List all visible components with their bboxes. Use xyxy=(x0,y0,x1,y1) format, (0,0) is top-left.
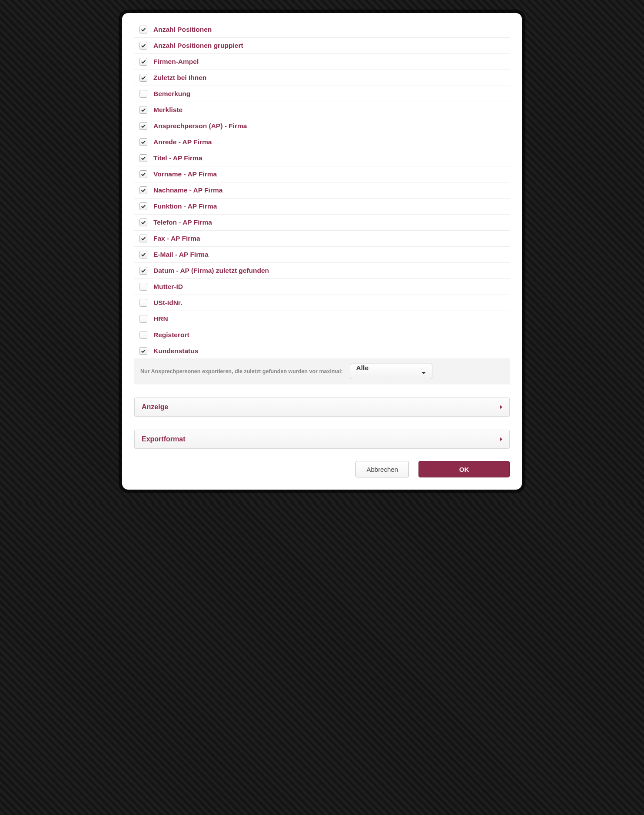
dialog-button-row: Abbrechen OK xyxy=(134,461,510,477)
checkbox[interactable] xyxy=(139,154,147,162)
checkbox[interactable] xyxy=(139,26,147,33)
field-checklist: Anzahl PositionenAnzahl Positionen grupp… xyxy=(134,22,510,359)
ap-filter-select-wrap: Alle xyxy=(350,364,432,379)
checklist-item-label[interactable]: Ansprechperson (AP) - Firma xyxy=(153,122,247,130)
accordion-title: Exportformat xyxy=(142,435,185,443)
chevron-right-icon xyxy=(500,405,502,409)
checklist-item-label[interactable]: HRN xyxy=(153,315,168,323)
checklist-row: HRN xyxy=(134,311,510,327)
checklist-item-label[interactable]: Anzahl Positionen gruppiert xyxy=(153,42,243,50)
checklist-item-label[interactable]: Firmen-Ampel xyxy=(153,58,199,66)
checkbox[interactable] xyxy=(139,122,147,130)
checklist-row: Anrede - AP Firma xyxy=(134,134,510,150)
checklist-item-label[interactable]: Bemerkung xyxy=(153,90,190,98)
checklist-row: USt-IdNr. xyxy=(134,295,510,311)
checkbox[interactable] xyxy=(139,42,147,50)
checklist-row: Kundenstatus xyxy=(134,343,510,359)
checklist-item-label[interactable]: USt-IdNr. xyxy=(153,299,182,307)
export-settings-modal: Anzahl PositionenAnzahl Positionen grupp… xyxy=(122,13,522,490)
checklist-item-label[interactable]: Nachname - AP Firma xyxy=(153,186,222,194)
checkbox[interactable] xyxy=(139,106,147,114)
checklist-row: Ansprechperson (AP) - Firma xyxy=(134,118,510,134)
checklist-row: E-Mail - AP Firma xyxy=(134,247,510,263)
checkbox[interactable] xyxy=(139,235,147,242)
checklist-item-label[interactable]: Merkliste xyxy=(153,106,183,114)
checklist-row: Titel - AP Firma xyxy=(134,150,510,166)
checkbox[interactable] xyxy=(139,202,147,210)
checklist-item-label[interactable]: Anzahl Positionen xyxy=(153,26,212,33)
checklist-row: Telefon - AP Firma xyxy=(134,215,510,231)
checkbox[interactable] xyxy=(139,315,147,323)
checklist-row: Mutter-ID xyxy=(134,279,510,295)
checklist-row: Datum - AP (Firma) zuletzt gefunden xyxy=(134,263,510,279)
checklist-item-label[interactable]: Anrede - AP Firma xyxy=(153,138,212,146)
checklist-row: Zuletzt bei Ihnen xyxy=(134,70,510,86)
checklist-row: Funktion - AP Firma xyxy=(134,199,510,215)
checkbox[interactable] xyxy=(139,267,147,275)
ok-button[interactable]: OK xyxy=(418,461,510,477)
checkbox[interactable] xyxy=(139,90,147,98)
accordion-title: Anzeige xyxy=(142,403,168,411)
ap-filter-label: Nur Ansprechpersonen exportieren, die zu… xyxy=(140,368,343,374)
checklist-item-label[interactable]: Datum - AP (Firma) zuletzt gefunden xyxy=(153,267,269,275)
checkbox[interactable] xyxy=(139,74,147,82)
chevron-right-icon xyxy=(500,437,502,441)
checklist-item-label[interactable]: Fax - AP Firma xyxy=(153,235,200,242)
checklist-item-label[interactable]: Mutter-ID xyxy=(153,283,183,291)
checklist-item-label[interactable]: E-Mail - AP Firma xyxy=(153,251,209,258)
accordion-anzeige[interactable]: Anzeige xyxy=(134,398,510,417)
checklist-row: Nachname - AP Firma xyxy=(134,182,510,199)
checklist-item-label[interactable]: Registerort xyxy=(153,331,189,339)
checklist-item-label[interactable]: Titel - AP Firma xyxy=(153,154,202,162)
checklist-item-label[interactable]: Vorname - AP Firma xyxy=(153,170,217,178)
checklist-row: Vorname - AP Firma xyxy=(134,166,510,182)
checkbox[interactable] xyxy=(139,186,147,194)
checklist-row: Fax - AP Firma xyxy=(134,231,510,247)
checkbox[interactable] xyxy=(139,138,147,146)
checkbox[interactable] xyxy=(139,58,147,66)
checklist-row: Registerort xyxy=(134,327,510,343)
checklist-row: Anzahl Positionen xyxy=(134,22,510,38)
checklist-row: Merkliste xyxy=(134,102,510,118)
checkbox[interactable] xyxy=(139,219,147,226)
accordion-exportformat[interactable]: Exportformat xyxy=(134,430,510,449)
checkbox[interactable] xyxy=(139,331,147,339)
ap-filter-bar: Nur Ansprechpersonen exportieren, die zu… xyxy=(134,358,510,384)
checkbox[interactable] xyxy=(139,283,147,291)
ap-filter-select[interactable]: Alle xyxy=(350,364,432,379)
checklist-item-label[interactable]: Kundenstatus xyxy=(153,347,198,355)
checklist-item-label[interactable]: Zuletzt bei Ihnen xyxy=(153,74,206,82)
checklist-row: Anzahl Positionen gruppiert xyxy=(134,38,510,54)
checkbox[interactable] xyxy=(139,251,147,258)
cancel-button[interactable]: Abbrechen xyxy=(355,461,409,477)
checkbox[interactable] xyxy=(139,299,147,307)
checklist-item-label[interactable]: Funktion - AP Firma xyxy=(153,202,217,210)
checklist-row: Bemerkung xyxy=(134,86,510,102)
checkbox[interactable] xyxy=(139,170,147,178)
checkbox[interactable] xyxy=(139,347,147,355)
checklist-item-label[interactable]: Telefon - AP Firma xyxy=(153,219,212,226)
checklist-row: Firmen-Ampel xyxy=(134,54,510,70)
